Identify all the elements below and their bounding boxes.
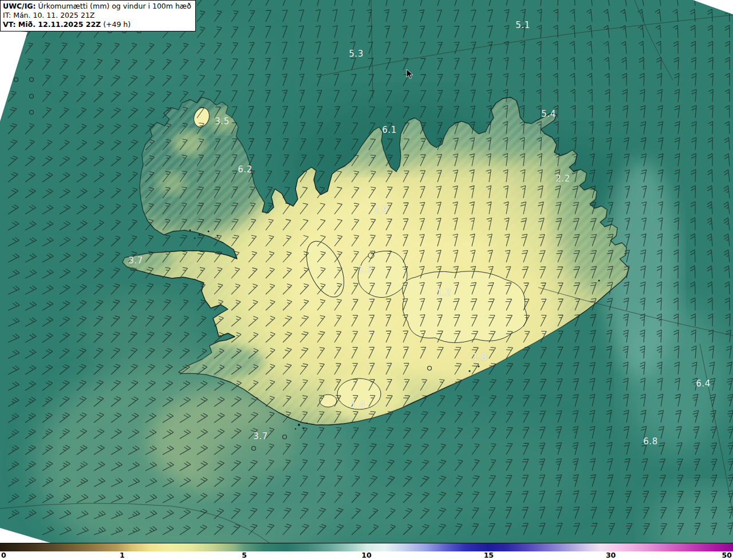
- colorbar-tick: 5: [242, 551, 247, 559]
- title-box: UWC/IG: Úrkomumætti (mm) og vindur i 100…: [0, 0, 196, 31]
- weather-map: 5.15.33.55.46.16.22.21.93.71.31.21.86.41…: [0, 0, 733, 543]
- colorbar-tick: 1: [120, 551, 125, 559]
- map-canvas: [0, 0, 733, 543]
- weather-chart-window: 5.15.33.55.46.16.22.21.93.71.31.21.86.41…: [0, 0, 733, 560]
- colorbar-tick: 15: [484, 551, 494, 559]
- colorbar-tick: 0: [1, 551, 6, 559]
- colorbar-tick-labels: 01510153050: [0, 551, 733, 560]
- precipitation-colorbar: [0, 543, 733, 551]
- colorbar-tick: 10: [361, 551, 371, 559]
- colorbar-tick: 50: [722, 551, 732, 559]
- chart-title: Úrkomumætti (mm) og vindur i 100m hæð: [36, 2, 191, 10]
- product-id: UWC/IG:: [3, 2, 36, 10]
- colorbar-tick: 30: [606, 551, 616, 559]
- valid-time-line: VT: Mið. 12.11.2025 22Z (+49 h): [3, 20, 191, 29]
- title-line: UWC/IG: Úrkomumætti (mm) og vindur i 100…: [3, 2, 191, 11]
- init-time-line: IT: Mán. 10. 11. 2025 21Z: [3, 11, 191, 20]
